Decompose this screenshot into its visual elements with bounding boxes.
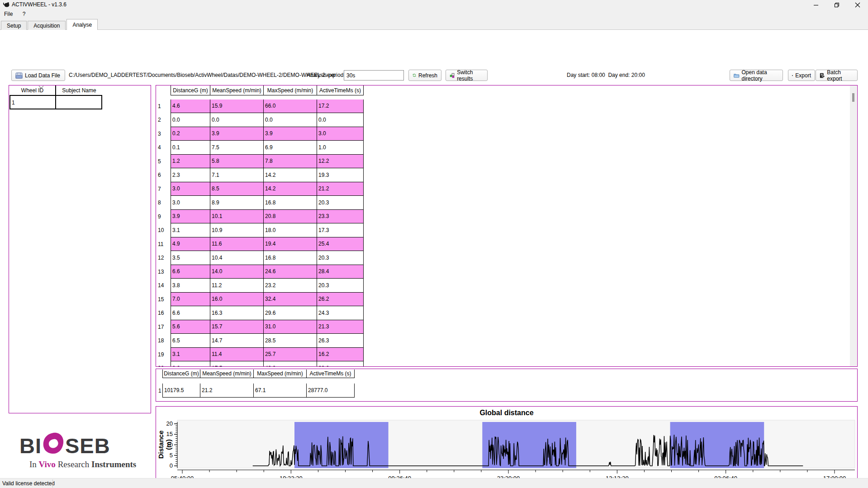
menu-file[interactable]: File (0, 9, 17, 19)
results-cell[interactable]: 19.4 (264, 237, 317, 251)
results-cell[interactable]: 16.8 (264, 251, 317, 265)
results-cell[interactable]: 66.0 (264, 99, 317, 114)
results-cell[interactable]: 0.1 (171, 141, 210, 155)
results-scrollbar[interactable] (850, 85, 857, 366)
results-cell[interactable]: 0.0 (210, 113, 264, 127)
tab-acquisition[interactable]: Acquisition (28, 21, 66, 30)
results-cell[interactable]: 3.0 (171, 182, 210, 196)
summary-cell[interactable]: 67.1 (254, 384, 307, 398)
results-cell[interactable]: 11.6 (210, 237, 264, 251)
results-cell[interactable]: 17.5 (210, 361, 264, 367)
results-cell[interactable]: 26.2 (317, 293, 364, 307)
results-cell[interactable]: 16.2 (317, 348, 364, 362)
results-cell[interactable]: 21.2 (317, 182, 364, 196)
results-cell[interactable]: 24.6 (264, 265, 317, 279)
results-cell[interactable]: 20.3 (317, 279, 364, 293)
results-cell[interactable]: 6.9 (264, 141, 317, 155)
summary-cell[interactable]: 28777.0 (307, 384, 355, 398)
results-cell[interactable]: 1.2 (171, 155, 210, 169)
results-cell[interactable]: 7.5 (210, 141, 264, 155)
results-cell[interactable]: 18.0 (264, 223, 317, 237)
summary-cell[interactable]: 10179.5 (162, 384, 200, 398)
subjects-header-1[interactable]: Subject Name (56, 85, 102, 96)
results-cell[interactable]: 25.7 (264, 348, 317, 362)
results-cell[interactable]: 20.8 (264, 210, 317, 224)
results-cell[interactable]: 16.8 (264, 196, 317, 210)
results-cell[interactable]: 26.3 (317, 334, 364, 348)
results-cell[interactable]: 8.9 (210, 196, 264, 210)
results-cell[interactable]: 19.3 (317, 168, 364, 182)
tab-analyse[interactable]: Analyse (66, 19, 98, 30)
results-cell[interactable]: 23.3 (317, 210, 364, 224)
results-cell[interactable]: 17.2 (317, 99, 364, 114)
load-data-file-button[interactable]: Load Data File (11, 70, 65, 81)
results-cell[interactable]: 3.8 (171, 279, 210, 293)
scrollbar-thumb[interactable] (852, 93, 854, 102)
results-cell[interactable]: 17.3 (317, 223, 364, 237)
results-cell[interactable]: 29.6 (317, 361, 364, 367)
subjects-header-0[interactable]: Wheel ID (9, 85, 56, 96)
results-cell[interactable]: 16.0 (210, 293, 264, 307)
results-cell[interactable]: 3.0 (317, 127, 364, 141)
results-header-2[interactable]: MaxSpeed (m/min) (264, 85, 317, 95)
results-cell[interactable]: 25.4 (317, 237, 364, 251)
summary-header-0[interactable]: DistanceG (m) (162, 370, 200, 378)
results-cell[interactable]: 8.5 (210, 182, 264, 196)
results-header-0[interactable]: DistanceG (m) (171, 85, 210, 95)
results-cell[interactable]: 16.3 (210, 306, 264, 320)
summary-header-1[interactable]: MeanSpeed (m/min) (200, 370, 254, 378)
results-cell[interactable]: 24.3 (317, 306, 364, 320)
results-cell[interactable]: 14.7 (210, 334, 264, 348)
analysis-period-input[interactable] (344, 70, 404, 81)
export-button[interactable]: Export (788, 70, 815, 81)
results-cell[interactable]: 28.4 (317, 265, 364, 279)
results-cell[interactable]: 1.0 (317, 141, 364, 155)
results-cell[interactable]: 10.9 (210, 223, 264, 237)
results-cell[interactable]: 11.2 (210, 279, 264, 293)
results-cell[interactable]: 29.6 (264, 306, 317, 320)
results-cell[interactable]: 5.6 (171, 320, 210, 334)
results-cell[interactable]: 10.4 (210, 251, 264, 265)
results-cell[interactable]: 6.6 (171, 306, 210, 320)
batch-export-button[interactable]: Batch export (816, 70, 858, 81)
results-cell[interactable]: 3.9 (210, 127, 264, 141)
results-cell[interactable]: 0.0 (317, 113, 364, 127)
results-cell[interactable]: 4.9 (171, 237, 210, 251)
subject-name-cell[interactable] (56, 96, 102, 109)
switch-results-button[interactable]: Switch results (446, 70, 488, 81)
summary-header-3[interactable]: ActiveTimeMs (s) (307, 370, 355, 378)
results-cell[interactable]: 3.5 (171, 251, 210, 265)
results-cell[interactable]: 28.5 (264, 334, 317, 348)
results-cell[interactable]: 40.0 (264, 361, 317, 367)
open-data-directory-button[interactable]: Open data directory (730, 70, 783, 81)
results-cell[interactable]: 3.9 (264, 127, 317, 141)
results-cell[interactable]: 7.0 (171, 293, 210, 307)
results-cell[interactable]: 0.0 (171, 113, 210, 127)
results-cell[interactable]: 14.2 (264, 182, 317, 196)
results-cell[interactable]: 3.0 (171, 196, 210, 210)
results-cell[interactable]: 31.0 (264, 320, 317, 334)
results-header-1[interactable]: MeanSpeed (m/min) (210, 85, 264, 95)
minimize-button[interactable] (806, 0, 826, 10)
results-cell[interactable]: 6.5 (171, 334, 210, 348)
results-cell[interactable]: 12.2 (317, 155, 364, 169)
results-cell[interactable]: 20.3 (317, 251, 364, 265)
subject-wheel-id-cell[interactable]: 1 (9, 96, 56, 109)
results-cell[interactable]: 14.2 (264, 168, 317, 182)
results-cell[interactable]: 6.6 (171, 265, 210, 279)
menu-help[interactable]: ? (19, 9, 30, 19)
results-cell[interactable]: 3.1 (171, 223, 210, 237)
results-cell[interactable]: 7.8 (264, 155, 317, 169)
results-cell[interactable]: 11.4 (210, 348, 264, 362)
results-cell[interactable]: 3.1 (171, 348, 210, 362)
results-cell[interactable]: 20.3 (317, 196, 364, 210)
results-cell[interactable]: 14.0 (210, 265, 264, 279)
results-cell[interactable]: 7.1 (210, 168, 264, 182)
refresh-button[interactable]: Refresh (408, 70, 441, 81)
results-cell[interactable]: 15.9 (210, 99, 264, 114)
close-button[interactable] (847, 0, 868, 10)
results-cell[interactable]: 5.8 (210, 155, 264, 169)
results-cell[interactable]: 32.4 (264, 293, 317, 307)
summary-header-2[interactable]: MaxSpeed (m/min) (254, 370, 307, 378)
results-cell[interactable]: 0.2 (171, 127, 210, 141)
